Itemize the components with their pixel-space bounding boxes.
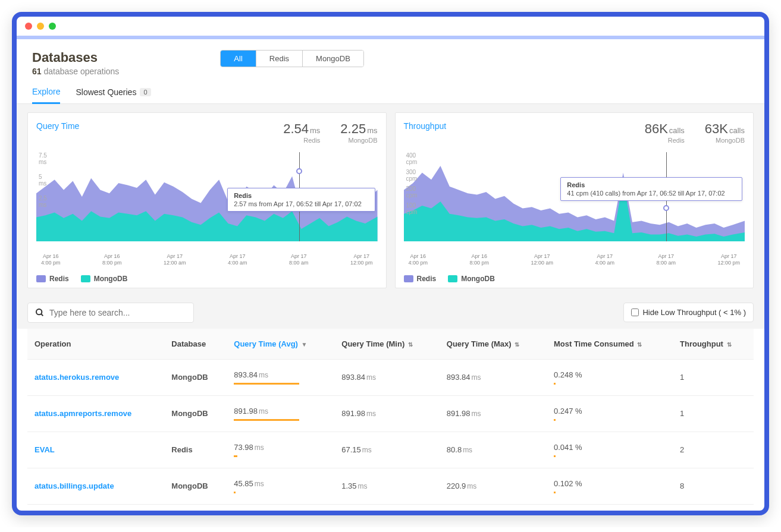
table-row: atatus.apmreports.remove MongoDB 891.98m… xyxy=(27,395,754,432)
x-tick: Apr 178:00 am xyxy=(289,253,309,266)
mtc-cell: 0.041 % xyxy=(547,432,673,468)
bar-indicator xyxy=(554,419,556,421)
throughput-cell: 8 xyxy=(673,468,754,504)
avg-cell: 893.84ms xyxy=(227,359,334,395)
col-operation: Operation xyxy=(27,329,164,360)
sort-icon: ⇅ xyxy=(515,341,519,348)
tab-slowest-queries[interactable]: Slowest Queries0 xyxy=(76,87,150,103)
chart-tooltip: Redis 41 cpm (410 calls) from Apr 17, 06… xyxy=(560,177,742,201)
search-icon xyxy=(35,308,45,317)
y-tick: 5 ms xyxy=(39,174,46,187)
svg-line-1 xyxy=(41,314,43,316)
min-cell: 1.35ms xyxy=(334,468,440,504)
operation-count: 61 xyxy=(32,67,42,76)
y-tick: 100 cpm xyxy=(406,202,418,215)
x-tick: Apr 174:00 am xyxy=(228,253,247,266)
col-throughput[interactable]: Throughput ⇅ xyxy=(673,329,754,360)
table-row: atatus.herokus.remove MongoDB 893.84ms 8… xyxy=(27,359,754,395)
db-cell: Redis xyxy=(164,432,227,468)
bar-indicator xyxy=(234,383,299,385)
x-tick: Apr 1712:00 am xyxy=(164,253,186,266)
legend-item-redis[interactable]: Redis xyxy=(36,275,69,283)
hide-low-checkbox[interactable] xyxy=(631,309,639,316)
col-query-time-max-[interactable]: Query Time (Max) ⇅ xyxy=(440,329,547,360)
operation-link[interactable]: atatus.herokus.remove xyxy=(34,373,119,382)
table-row: EVAL Redis 73.98ms 67.15ms 80.8ms 0.041 … xyxy=(27,432,754,468)
max-cell: 893.84ms xyxy=(440,359,547,395)
sort-icon: ⇅ xyxy=(637,341,642,348)
throughput-cell: 2 xyxy=(673,432,754,468)
max-cell: 891.98ms xyxy=(440,395,547,432)
chart-title: Throughput xyxy=(404,121,447,131)
legend-item-redis[interactable]: Redis xyxy=(404,275,437,283)
bar-indicator xyxy=(234,492,236,493)
legend-item-mongodb[interactable]: MongoDB xyxy=(81,275,128,283)
db-filter-segmented: AllRedisMongoDB xyxy=(220,50,364,67)
y-tick: 400 cpm xyxy=(406,152,418,165)
hide-low-label: Hide Low Throughput ( < 1% ) xyxy=(642,308,746,317)
col-most-time-consumed[interactable]: Most Time Consumed ⇅ xyxy=(547,329,673,360)
tooltip-text: 2.57 ms from Apr 17, 06:52 till Apr 17, … xyxy=(234,200,368,207)
max-cell: 80.8ms xyxy=(440,432,547,468)
min-cell: 891.98ms xyxy=(334,395,440,432)
table-row: atatus.billings.update MongoDB 45.85ms 1… xyxy=(27,468,754,504)
db-cell: MongoDB xyxy=(164,395,227,432)
max-cell: 220.9ms xyxy=(440,468,547,504)
query-time-chart[interactable]: 7.5 ms5 ms2.5 ms Redis 2.57 ms from Apr … xyxy=(36,152,378,253)
avg-cell: 73.98ms xyxy=(227,432,334,468)
avg-cell: 891.98ms xyxy=(227,395,334,432)
x-tick: Apr 168:00 pm xyxy=(469,253,489,266)
page-subtitle: 61 database operations xyxy=(32,67,119,76)
tooltip-title: Redis xyxy=(567,181,736,188)
col-query-time-min-[interactable]: Query Time (Min) ⇅ xyxy=(334,329,440,360)
close-icon[interactable] xyxy=(25,23,32,30)
db-cell: MongoDB xyxy=(164,359,227,395)
filter-all[interactable]: All xyxy=(221,51,256,67)
bar-indicator xyxy=(234,419,299,421)
tooltip-text: 41 cpm (410 calls) from Apr 17, 06:52 ti… xyxy=(567,190,736,197)
window-titlebar xyxy=(17,17,764,39)
legend-item-mongodb[interactable]: MongoDB xyxy=(448,275,495,283)
chart-stat: 86KcallsRedis xyxy=(645,121,685,144)
search-input[interactable] xyxy=(49,308,186,317)
x-tick: Apr 168:00 pm xyxy=(102,253,122,266)
bar-indicator xyxy=(554,455,556,457)
operation-link[interactable]: atatus.apmreports.remove xyxy=(34,409,131,418)
mtc-cell: 0.102 % xyxy=(547,468,673,504)
sort-icon: ⇅ xyxy=(727,341,732,348)
tooltip-title: Redis xyxy=(234,192,368,199)
minimize-icon[interactable] xyxy=(37,23,44,30)
col-query-time-avg-[interactable]: Query Time (Avg) ▼ xyxy=(227,329,334,360)
tab-explore[interactable]: Explore xyxy=(32,87,60,104)
operation-link[interactable]: EVAL xyxy=(34,445,55,454)
sort-icon: ⇅ xyxy=(408,341,413,348)
bar-indicator xyxy=(554,492,556,493)
x-tick: Apr 1712:00 am xyxy=(531,253,553,266)
tabs: ExploreSlowest Queries0 xyxy=(17,76,764,104)
operation-link[interactable]: atatus.billings.update xyxy=(34,481,114,490)
bar-indicator xyxy=(234,455,237,457)
tab-badge: 0 xyxy=(140,88,150,96)
filter-redis[interactable]: Redis xyxy=(256,51,303,67)
page-title: Databases xyxy=(32,50,119,65)
bar-indicator xyxy=(554,383,556,385)
min-cell: 893.84ms xyxy=(334,359,440,395)
search-box[interactable] xyxy=(27,303,194,323)
y-tick: 7.5 ms xyxy=(39,152,47,165)
mtc-cell: 0.248 % xyxy=(547,359,673,395)
min-cell: 67.15ms xyxy=(334,432,440,468)
throughput-chart[interactable]: 400 cpm300 cpm200 cpm100 cpm Redis 41 cp… xyxy=(404,152,745,253)
chart-legend: Redis MongoDB xyxy=(404,271,745,283)
filter-mongodb[interactable]: MongoDB xyxy=(303,51,363,67)
throughput-cell: 1 xyxy=(673,395,754,432)
chart-legend: Redis MongoDB xyxy=(36,271,378,283)
maximize-icon[interactable] xyxy=(49,23,56,30)
y-tick: 300 cpm xyxy=(406,169,418,182)
operations-table: OperationDatabaseQuery Time (Avg) ▼Query… xyxy=(27,329,754,505)
app-window: Databases 61 database operations AllRedi… xyxy=(12,12,769,515)
hide-low-throughput-toggle[interactable]: Hide Low Throughput ( < 1% ) xyxy=(623,303,754,322)
operation-count-label: database operations xyxy=(43,67,119,76)
avg-cell: 45.85ms xyxy=(227,468,334,504)
chart-tooltip: Redis 2.57 ms from Apr 17, 06:52 till Ap… xyxy=(227,188,375,212)
x-tick: Apr 1712:00 pm xyxy=(350,253,373,266)
